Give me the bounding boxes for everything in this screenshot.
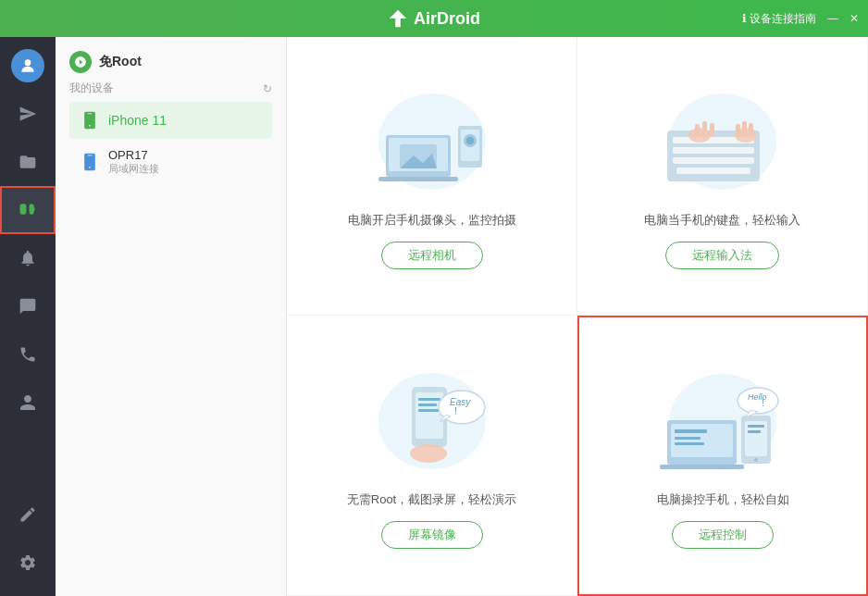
remote-control-desc: 电脑操控手机，轻松自如 [657, 491, 789, 508]
device-name-opr17: OPR17 [108, 148, 159, 162]
sidebar-bottom [0, 490, 56, 596]
remote-camera-button[interactable]: 远程相机 [381, 242, 483, 269]
feature-card-remote-camera: 电脑开启手机摄像头，监控拍摄 远程相机 [287, 37, 577, 316]
svg-text:!: ! [454, 405, 457, 416]
svg-rect-49 [675, 429, 707, 433]
remote-control-illustration: Hello ! [649, 366, 797, 478]
feature-card-remote-control: Hello ! 电脑操控手机，轻松自如 远程控制 [577, 316, 868, 597]
main-content: 电脑开启手机摄像头，监控拍摄 远程相机 [287, 37, 868, 596]
svg-rect-51 [675, 442, 704, 445]
info-icon: ℹ [742, 12, 747, 25]
svg-point-40 [410, 444, 447, 463]
svg-point-17 [466, 137, 474, 144]
panel-header: 免Root [56, 37, 286, 81]
left-panel: 免Root 我的设备 ↻ iPhone 11 OPR17 [56, 37, 287, 596]
device-item-iphone11[interactable]: iPhone 11 [69, 102, 272, 139]
opr17-info: OPR17 局域网连接 [108, 148, 159, 176]
svg-rect-55 [748, 425, 764, 428]
guide-link[interactable]: ℹ 设备连接指南 [742, 11, 816, 27]
svg-rect-39 [418, 409, 439, 412]
svg-rect-56 [748, 430, 761, 433]
topbar: AirDroid ℹ 设备连接指南 — ✕ [0, 0, 868, 37]
sidebar-item-messages[interactable] [0, 282, 56, 330]
iphone11-info: iPhone 11 [108, 113, 167, 128]
features-grid: 电脑开启手机摄像头，监控拍摄 远程相机 [287, 37, 868, 596]
sidebar-item-alerts[interactable] [0, 234, 56, 282]
screen-mirror-button[interactable]: 屏幕镜像 [381, 521, 483, 549]
sidebar-item-contacts[interactable] [0, 379, 56, 427]
svg-rect-30 [710, 123, 714, 136]
remote-input-button[interactable]: 远程输入法 [665, 242, 779, 269]
sidebar-item-send[interactable] [0, 90, 56, 138]
feature-card-screen-mirror: Easy ! 无需Root，截图录屏，轻松演示 屏幕镜像 [287, 316, 577, 597]
svg-rect-48 [660, 465, 744, 469]
svg-rect-31 [736, 124, 740, 137]
device-name-iphone11: iPhone 11 [108, 113, 167, 128]
sidebar [0, 37, 56, 596]
device-sub-opr17: 局域网连接 [108, 162, 159, 176]
sidebar-item-remote-view[interactable] [0, 186, 56, 234]
svg-point-8 [89, 167, 91, 168]
remote-input-illustration [649, 87, 797, 198]
svg-rect-33 [749, 123, 753, 136]
remote-camera-illustration [358, 87, 506, 198]
feature-card-remote-input: 电脑当手机的键盘，轻松输入 远程输入法 [577, 37, 868, 316]
svg-rect-25 [676, 168, 750, 174]
svg-point-54 [754, 458, 758, 462]
sidebar-item-files[interactable] [0, 138, 56, 186]
svg-rect-37 [418, 398, 440, 401]
minimize-button[interactable]: — [827, 12, 838, 25]
svg-rect-29 [702, 121, 707, 136]
svg-rect-6 [88, 114, 93, 115]
svg-rect-28 [695, 124, 700, 137]
remote-camera-desc: 电脑开启手机摄像头，监控拍摄 [348, 212, 516, 229]
screen-mirror-desc: 无需Root，截图录屏，轻松演示 [347, 491, 516, 508]
device-item-opr17[interactable]: OPR17 局域网连接 [69, 141, 272, 183]
app-logo: AirDroid [388, 8, 480, 29]
svg-point-5 [89, 125, 91, 127]
svg-rect-13 [378, 177, 458, 181]
remote-control-button[interactable]: 远程控制 [672, 521, 774, 549]
avatar [11, 49, 44, 82]
devices-section: 我的设备 ↻ iPhone 11 OPR17 局域网连接 [56, 81, 286, 185]
screen-mirror-illustration: Easy ! [358, 366, 506, 478]
logo-text: AirDroid [414, 9, 480, 29]
svg-rect-47 [671, 424, 733, 457]
refresh-icon[interactable]: ↻ [263, 82, 272, 95]
svg-text:Easy: Easy [450, 397, 471, 407]
svg-rect-50 [675, 437, 701, 440]
svg-rect-38 [418, 404, 437, 406]
logo-icon [388, 8, 408, 29]
svg-point-1 [25, 59, 31, 66]
svg-rect-32 [742, 121, 747, 136]
sidebar-item-edit[interactable] [0, 490, 56, 539]
svg-marker-0 [390, 10, 406, 27]
svg-rect-23 [673, 147, 754, 154]
svg-text:!: ! [762, 398, 764, 408]
root-label: 免Root [99, 54, 142, 70]
iphone-icon [79, 109, 101, 131]
svg-rect-9 [88, 155, 93, 156]
sidebar-item-settings[interactable] [0, 539, 56, 587]
topbar-actions: ℹ 设备连接指南 — ✕ [742, 11, 859, 27]
main-layout: 免Root 我的设备 ↻ iPhone 11 OPR17 [0, 37, 868, 596]
opr17-icon [79, 151, 101, 173]
close-button[interactable]: ✕ [849, 12, 859, 25]
sidebar-item-calls[interactable] [0, 330, 56, 379]
remote-input-desc: 电脑当手机的键盘，轻松输入 [644, 212, 800, 229]
svg-rect-24 [673, 157, 754, 164]
root-badge [69, 51, 92, 73]
devices-title: 我的设备 ↻ [69, 81, 272, 96]
sidebar-item-avatar[interactable] [0, 42, 56, 90]
